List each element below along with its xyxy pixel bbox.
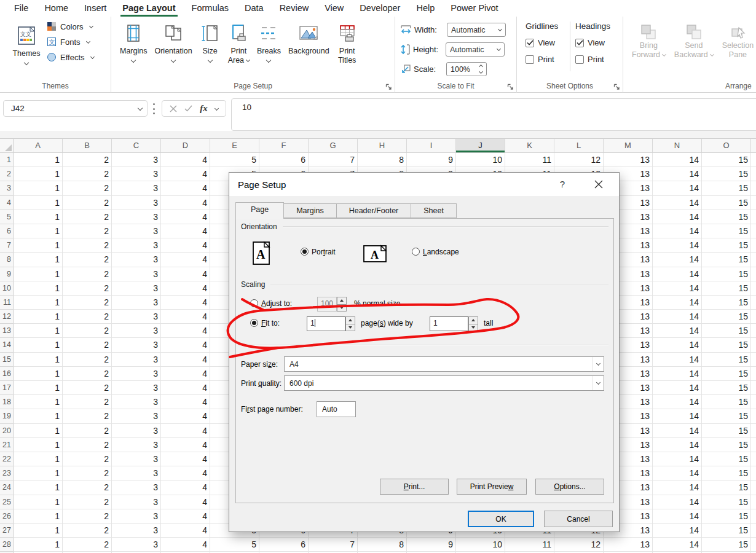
row-header[interactable]: 23	[0, 466, 14, 480]
grid-cell[interactable]: 14	[653, 409, 702, 423]
grid-cell[interactable]: 15	[702, 480, 751, 495]
grid-cell[interactable]	[751, 395, 756, 409]
grid-cell[interactable]: 14	[653, 224, 702, 238]
ribbon-tab-data[interactable]: Data	[237, 0, 272, 17]
grid-cell[interactable]: 14	[653, 538, 702, 552]
sheet-options-dialog-launcher[interactable]	[612, 82, 621, 91]
grid-cell[interactable]: 14	[653, 395, 702, 409]
grid-cell[interactable]: 2	[63, 281, 112, 296]
grid-cell[interactable]	[751, 367, 756, 381]
grid-cell[interactable]: 4	[161, 538, 210, 552]
effects-button[interactable]: Effects	[47, 52, 94, 62]
grid-cell[interactable]: 4	[161, 466, 210, 480]
first-page-number-input[interactable]: Auto	[317, 401, 356, 417]
headings-print-checkbox[interactable]: Print	[575, 55, 619, 64]
grid-cell[interactable]: 15	[702, 181, 751, 195]
grid-cell[interactable]: 15	[702, 524, 751, 538]
grid-cell[interactable]: 3	[112, 253, 161, 267]
grid-cell[interactable]: 2	[63, 524, 112, 538]
close-button[interactable]	[591, 178, 607, 191]
grid-cell[interactable]: 3	[112, 438, 161, 452]
grid-cell[interactable]: 2	[63, 224, 112, 238]
grid-cell[interactable]: 15	[702, 324, 751, 338]
grid-cell[interactable]: 1	[14, 196, 63, 210]
dialog-tab-header-footer[interactable]: Header/Footer	[337, 203, 412, 218]
grid-cell[interactable]: 4	[161, 167, 210, 181]
grid-cell[interactable]: 4	[161, 495, 210, 509]
grid-cell[interactable]	[751, 196, 756, 210]
grid-cell[interactable]: 13	[604, 153, 653, 167]
grid-cell[interactable]: 15	[702, 196, 751, 210]
grid-cell[interactable]: 4	[161, 395, 210, 409]
grid-cell[interactable]: 15	[702, 338, 751, 352]
row-header[interactable]: 1	[0, 153, 14, 167]
grid-cell[interactable]: 3	[112, 395, 161, 409]
grid-cell[interactable]: 2	[63, 253, 112, 267]
grid-cell[interactable]: 14	[653, 296, 702, 310]
grid-cell[interactable]: 15	[702, 452, 751, 466]
gridlines-view-checkbox[interactable]: View	[526, 38, 570, 47]
grid-cell[interactable]: 1	[14, 367, 63, 381]
grid-cell[interactable]: 14	[653, 466, 702, 480]
grid-cell[interactable]: 4	[161, 310, 210, 324]
row-header[interactable]: 20	[0, 424, 14, 438]
grid-cell[interactable]: 10	[456, 153, 505, 167]
grid-cell[interactable]: 14	[653, 438, 702, 452]
grid-cell[interactable]	[751, 167, 756, 181]
row-header[interactable]: 16	[0, 367, 14, 381]
grid-cell[interactable]: 15	[702, 395, 751, 409]
row-header[interactable]: 28	[0, 538, 14, 552]
grid-cell[interactable]: 7	[309, 538, 358, 552]
row-header[interactable]: 7	[0, 238, 14, 253]
column-header[interactable]: C	[112, 139, 161, 153]
grid-cell[interactable]: 1	[14, 509, 63, 524]
grid-cell[interactable]	[751, 324, 756, 338]
adjust-percent-input[interactable]: 100	[317, 297, 337, 312]
grid-cell[interactable]: 4	[161, 381, 210, 395]
grid-cell[interactable]: 3	[112, 167, 161, 181]
grid-cell[interactable]: 15	[702, 224, 751, 238]
grid-cell[interactable]: 1	[14, 538, 63, 552]
grid-cell[interactable]: 9	[407, 153, 456, 167]
grid-cell[interactable]: 2	[63, 167, 112, 181]
column-header[interactable]: K	[505, 139, 554, 153]
grid-cell[interactable]: 3	[112, 296, 161, 310]
grid-cell[interactable]: 4	[161, 181, 210, 195]
grid-cell[interactable]	[751, 509, 756, 524]
column-header[interactable]: G	[309, 139, 358, 153]
grid-cell[interactable]: 6	[259, 153, 309, 167]
grid-cell[interactable]: 2	[63, 381, 112, 395]
grid-cell[interactable]: 3	[112, 324, 161, 338]
grid-cell[interactable]: 14	[653, 210, 702, 224]
column-header[interactable]: N	[653, 139, 702, 153]
grid-cell[interactable]: 4	[161, 409, 210, 423]
row-header[interactable]: 26	[0, 509, 14, 524]
grid-cell[interactable]: 2	[63, 310, 112, 324]
print-quality-combo[interactable]: 600 dpi	[284, 375, 604, 391]
row-header[interactable]: 9	[0, 267, 14, 281]
grid-cell[interactable]: 14	[653, 310, 702, 324]
row-header[interactable]: 12	[0, 310, 14, 324]
grid-cell[interactable]: 6	[259, 538, 309, 552]
grid-cell[interactable]: 14	[653, 367, 702, 381]
grid-cell[interactable]: 15	[702, 424, 751, 438]
grid-cell[interactable]: 7	[309, 153, 358, 167]
grid-cell[interactable]	[751, 253, 756, 267]
grid-cell[interactable]: 3	[112, 338, 161, 352]
grid-cell[interactable]	[751, 538, 756, 552]
grid-cell[interactable]	[751, 224, 756, 238]
grid-cell[interactable]: 4	[161, 509, 210, 524]
grid-cell[interactable]: 4	[161, 480, 210, 495]
grid-cell[interactable]: 15	[702, 466, 751, 480]
grid-cell[interactable]: 3	[112, 409, 161, 423]
grid-cell[interactable]: 4	[161, 438, 210, 452]
grid-cell[interactable]: 3	[112, 538, 161, 552]
grid-cell[interactable]	[751, 353, 756, 367]
grid-cell[interactable]: 1	[14, 338, 63, 352]
row-header[interactable]: 17	[0, 381, 14, 395]
grid-cell[interactable]: 1	[14, 409, 63, 423]
grid-cell[interactable]: 14	[653, 338, 702, 352]
grid-cell[interactable]	[751, 466, 756, 480]
paper-size-combo[interactable]: A4	[284, 356, 604, 372]
column-header[interactable]: M	[604, 139, 653, 153]
